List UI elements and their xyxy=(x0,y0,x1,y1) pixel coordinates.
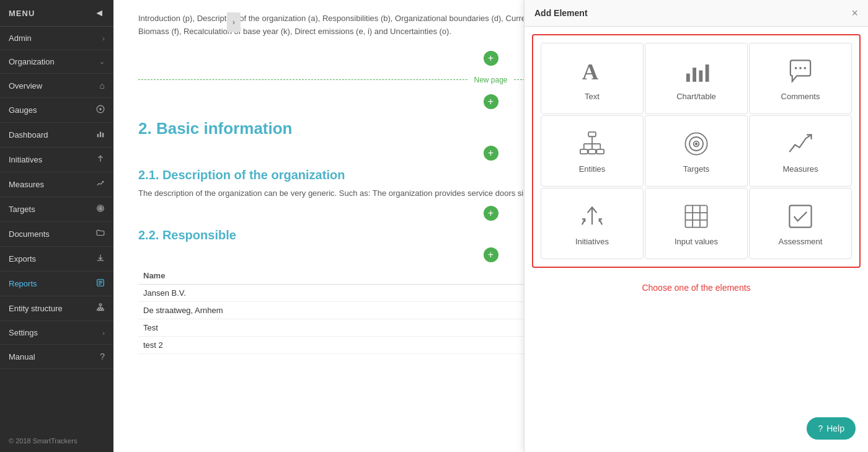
choose-elements-text: Choose one of the elements xyxy=(525,275,868,300)
main-area: › Introduction (p), Description of the o… xyxy=(113,0,868,452)
line-chart-icon xyxy=(96,179,105,190)
element-initiatives-label: Initiatives xyxy=(575,237,609,246)
sidebar-item-dashboard-label: Dashboard xyxy=(9,130,48,140)
element-assessment-label: Assessment xyxy=(779,237,823,246)
gauge-icon xyxy=(96,105,105,115)
add-button-3[interactable]: + xyxy=(484,146,498,161)
sidebar-item-documents-label: Documents xyxy=(9,229,50,239)
svg-point-1 xyxy=(99,108,102,110)
element-card-targets[interactable]: Targets xyxy=(645,115,748,187)
add-button-5[interactable]: + xyxy=(484,247,498,262)
svg-rect-26 xyxy=(706,64,709,82)
folder-icon xyxy=(96,229,105,239)
new-page-label: New page xyxy=(467,76,513,84)
element-comments-label: Comments xyxy=(781,92,820,101)
sidebar-item-overview[interactable]: Overview ⌂ xyxy=(0,74,113,98)
panel-title: Add Element xyxy=(534,8,588,18)
element-card-initiatives[interactable]: Initiatives xyxy=(541,188,644,259)
sidebar-item-organization[interactable]: Organization ⌄ xyxy=(0,50,113,74)
add-element-panel: Add Element × A Text xyxy=(524,0,868,452)
reports-icon xyxy=(96,278,105,289)
entities-icon xyxy=(578,128,606,159)
element-card-assessment[interactable]: Assessment xyxy=(749,188,852,259)
sidebar-item-targets-label: Targets xyxy=(9,205,35,214)
element-card-text[interactable]: A Text xyxy=(541,43,644,114)
sidebar-item-exports-label: Exports xyxy=(9,254,36,264)
sidebar-item-overview-label: Overview xyxy=(9,81,42,91)
sidebar-item-entity-structure-label: Entity structure xyxy=(9,304,63,313)
sidebar-item-manual[interactable]: Manual ? xyxy=(0,345,113,369)
element-entities-label: Entities xyxy=(579,164,606,174)
element-card-entities[interactable]: Entities xyxy=(541,115,644,187)
sidebar-item-targets[interactable]: Targets xyxy=(0,197,113,222)
element-card-comments[interactable]: Comments xyxy=(749,43,852,114)
elements-grid: A Text Chart/table xyxy=(532,34,861,268)
sidebar-item-gauges-label: Gauges xyxy=(9,105,37,115)
initiatives-icon xyxy=(96,154,105,165)
menu-header: MENU ◄ xyxy=(0,0,113,27)
sidebar-item-documents[interactable]: Documents xyxy=(0,222,113,247)
help-label: Help xyxy=(826,423,844,433)
element-input-values-label: Input values xyxy=(675,237,718,246)
panel-close-button[interactable]: × xyxy=(851,7,858,19)
sidebar-toggle-button[interactable]: › xyxy=(227,12,241,32)
add-button-1[interactable]: + xyxy=(484,51,498,66)
sidebar-item-reports-label: Reports xyxy=(9,279,37,288)
chart-table-icon xyxy=(683,56,710,87)
element-chart-label: Chart/table xyxy=(676,92,716,101)
svg-point-42 xyxy=(695,143,698,145)
chevron-right-icon-settings: › xyxy=(102,329,105,337)
question-icon: ? xyxy=(100,352,105,361)
chevron-right-icon: › xyxy=(102,35,105,42)
sidebar-footer: © 2018 SmartTrackers xyxy=(0,430,113,452)
bar-chart-icon xyxy=(96,130,105,140)
svg-rect-3 xyxy=(100,132,101,138)
element-measures-label: Measures xyxy=(782,164,818,174)
svg-rect-24 xyxy=(693,68,696,82)
svg-rect-2 xyxy=(97,134,99,137)
add-button-4[interactable]: + xyxy=(484,206,498,221)
input-values-icon xyxy=(683,201,710,232)
svg-rect-23 xyxy=(686,74,690,82)
sidebar-item-entity-structure[interactable]: Entity structure xyxy=(0,296,113,321)
svg-rect-25 xyxy=(699,71,702,82)
targets-icon xyxy=(683,128,710,159)
text-icon: A xyxy=(578,56,606,87)
svg-rect-31 xyxy=(580,149,588,154)
sidebar-item-measures[interactable]: Measures xyxy=(0,172,113,197)
svg-rect-33 xyxy=(596,149,604,154)
element-card-measures[interactable]: Measures xyxy=(749,115,852,187)
initiatives-icon xyxy=(578,201,606,232)
home-icon: ⌂ xyxy=(100,81,105,91)
sidebar-item-organization-label: Organization xyxy=(9,57,55,66)
svg-rect-46 xyxy=(685,205,707,227)
panel-header: Add Element × xyxy=(525,0,868,27)
sidebar-item-initiatives[interactable]: Initiatives xyxy=(0,148,113,172)
help-button[interactable]: ? Help xyxy=(807,417,856,440)
svg-rect-13 xyxy=(99,304,102,305)
sidebar-item-reports[interactable]: Reports xyxy=(0,272,113,296)
sidebar-item-manual-label: Manual xyxy=(9,352,35,361)
assessment-icon xyxy=(787,201,814,232)
sidebar-item-dashboard[interactable]: Dashboard xyxy=(0,123,113,148)
sidebar-item-exports[interactable]: Exports xyxy=(0,247,113,272)
svg-point-8 xyxy=(100,208,101,209)
sidebar-item-admin[interactable]: Admin › xyxy=(0,27,113,50)
sidebar: MENU ◄ Admin › Organization ⌄ Overview ⌂… xyxy=(0,0,113,452)
svg-rect-32 xyxy=(588,149,596,154)
sidebar-item-settings[interactable]: Settings › xyxy=(0,321,113,345)
download-icon xyxy=(96,254,105,264)
chevron-down-icon: ⌄ xyxy=(99,58,105,66)
svg-point-29 xyxy=(804,67,807,69)
element-targets-label: Targets xyxy=(683,164,710,174)
sidebar-item-admin-label: Admin xyxy=(9,33,32,43)
sidebar-item-gauges[interactable]: Gauges xyxy=(0,98,113,123)
target-icon xyxy=(96,204,105,215)
collapse-sidebar-button[interactable]: ◄ xyxy=(94,7,105,19)
element-card-input-values[interactable]: Input values xyxy=(645,188,748,259)
add-button-2[interactable]: + xyxy=(484,94,498,109)
comments-icon xyxy=(787,56,814,87)
svg-rect-30 xyxy=(588,132,596,136)
element-card-chart-table[interactable]: Chart/table xyxy=(645,43,748,114)
menu-label: MENU xyxy=(9,9,35,18)
